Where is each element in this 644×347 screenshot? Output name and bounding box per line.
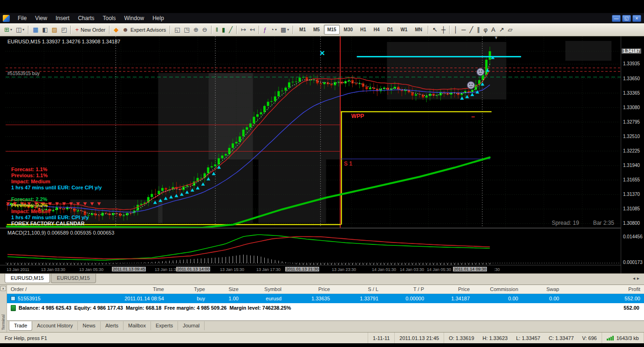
timeframe-h4-button[interactable]: H4	[370, 25, 383, 35]
zoom-out-button[interactable]: ⊖	[201, 25, 209, 35]
tabs-scroll-right-button[interactable]: ▸	[637, 276, 639, 281]
trendline-button[interactable]: ╱	[468, 25, 474, 35]
arrows-tool-button[interactable]: ↗	[498, 25, 506, 35]
timeframe-m15-button[interactable]: M15	[324, 25, 339, 35]
news-forecast: Forecast: 2.2%	[11, 196, 89, 202]
terminal-tab-trade[interactable]: Trade	[9, 321, 32, 331]
fibonacci-button[interactable]: φ	[482, 25, 489, 35]
indicators-button[interactable]: ƒ	[262, 25, 268, 35]
horizontal-line-button[interactable]: ─	[460, 25, 467, 35]
terminal-tab-news[interactable]: News	[78, 321, 101, 330]
zoom-in-button[interactable]: ⊕	[192, 25, 200, 35]
expert-advisors-icon: ☻	[122, 27, 129, 33]
data-window-button[interactable]: ◧	[41, 25, 49, 35]
column-header-order-[interactable]: Order /	[7, 286, 72, 292]
time-axis[interactable]: 13 Jan 201113 Jan 03:3013 Jan 05:302011.…	[0, 265, 621, 273]
periods-button[interactable]: ◔▾	[269, 25, 278, 35]
menu-tools[interactable]: Tools	[99, 14, 120, 22]
column-header-commission[interactable]: Commission	[473, 286, 522, 292]
equidistant-channel-button[interactable]: ∥	[475, 25, 481, 35]
menu-help[interactable]: Help	[148, 14, 168, 22]
terminal-tab-experts[interactable]: Experts	[151, 321, 178, 330]
terminal-tab-alerts[interactable]: Alerts	[101, 321, 123, 330]
terminal-tab-mailbox[interactable]: Mailbox	[123, 321, 151, 330]
order-line-label[interactable]: #51553915 buy	[7, 71, 40, 76]
candlestick-mode-button[interactable]: ▮	[220, 25, 226, 35]
restore-button[interactable]: ◱	[622, 15, 631, 22]
terminal-tab-journal[interactable]: Journal	[178, 321, 205, 330]
indicators-icon: ƒ	[263, 27, 267, 33]
main-chart[interactable]: EURUSD,M15 1.33937 1.34276 1.33908 1.341…	[0, 36, 621, 228]
tabs-scroll-left-button[interactable]: ◂	[633, 276, 635, 281]
time-axis-label: 13 Jan 17:30	[256, 267, 281, 272]
column-header-time[interactable]: Time	[72, 286, 168, 292]
timeframe-m30-button[interactable]: M30	[341, 25, 356, 35]
cascade-windows-button[interactable]: ◳	[183, 25, 191, 35]
chart-tab-1[interactable]: EURUSD,M15	[51, 274, 96, 283]
navigator-button[interactable]: ▨	[50, 25, 59, 35]
autotrading-alert-button[interactable]: ◆	[112, 25, 120, 35]
shapes-button[interactable]: ▱	[507, 25, 514, 35]
price-axis-label: 1.33365	[623, 90, 640, 96]
column-header-type[interactable]: Type	[168, 286, 209, 292]
price-axis[interactable]: 1.341871.339351.336501.333651.330801.327…	[621, 36, 644, 273]
vertical-line-icon: │	[454, 27, 458, 33]
menu-charts[interactable]: Charts	[74, 14, 98, 22]
line-chart-mode-button[interactable]: ╱	[227, 25, 234, 35]
open-trade-row[interactable]: 515539152011.01.14 08:54buy1.00eurusd1.3…	[7, 294, 644, 303]
timeframe-m5-button[interactable]: M5	[310, 25, 323, 35]
menu-window[interactable]: Window	[120, 14, 149, 22]
menu-view[interactable]: View	[31, 14, 51, 22]
candle-body	[102, 213, 104, 216]
timeframe-m1-button[interactable]: M1	[296, 25, 309, 35]
column-header-t-p[interactable]: T / P	[382, 286, 428, 292]
balance-summary: Balance: 4 985 625.43 Equity: 4 986 177.…	[19, 305, 291, 311]
timeframe-w1-button[interactable]: W1	[397, 25, 411, 35]
news-countdown: 1 hrs 47 mins until EUR: Core CPI y/y	[11, 185, 102, 191]
terminal-side-label: Terminal	[1, 314, 6, 330]
chart-tab-0[interactable]: EURUSD,M15	[5, 274, 50, 283]
candle-body	[158, 191, 160, 194]
chart-shift-button[interactable]: ↤	[248, 25, 256, 35]
text-button[interactable]: A	[490, 25, 497, 35]
auto-scroll-button[interactable]: ↦	[240, 25, 247, 35]
column-header-profit[interactable]: Profit	[563, 286, 644, 292]
minimize-button[interactable]: —	[612, 15, 621, 22]
timeframe-mn-button[interactable]: MN	[411, 25, 425, 35]
expert-advisors-button[interactable]: ☻Expert Advisors	[121, 25, 167, 35]
new-chart-button[interactable]: ⊞▾	[3, 25, 14, 35]
news-countdown: 1 hrs 47 mins until EUR: CPI y/y	[11, 215, 89, 221]
cursor-button[interactable]: ↖	[431, 25, 439, 35]
terminal-tab-account-history[interactable]: Account History	[32, 321, 78, 330]
column-header-s-l[interactable]: S / L	[334, 286, 382, 292]
templates-button[interactable]: ▩▾	[279, 25, 290, 35]
fibonacci-icon: φ	[484, 27, 487, 33]
vertical-line-button[interactable]: │	[452, 25, 459, 35]
data-window-icon: ◧	[42, 27, 48, 33]
column-header-swap[interactable]: Swap	[522, 286, 563, 292]
new-order-button[interactable]: +New Order	[74, 25, 107, 35]
timeframe-h1-button[interactable]: H1	[357, 25, 370, 35]
candle-body	[260, 112, 262, 114]
menu-insert[interactable]: Insert	[51, 14, 74, 22]
chart-plot-column: EURUSD,M15 1.33937 1.34276 1.33908 1.341…	[0, 36, 621, 273]
terminal-close-button[interactable]: ×	[0, 286, 6, 291]
profiles-button[interactable]: ◫▾	[14, 25, 26, 35]
terminal-filler	[7, 312, 644, 320]
close-button[interactable]: ×	[632, 15, 641, 22]
menu-file[interactable]: File	[14, 14, 31, 22]
column-header-size[interactable]: Size	[209, 286, 242, 292]
macd-panel[interactable]: MACD(21,100,9) 0.006589 0.005935 0.00065…	[0, 228, 621, 265]
column-header-symbol[interactable]: Symbol	[242, 286, 285, 292]
bar-chart-mode-button[interactable]: ‖	[214, 25, 219, 35]
timeframe-d1-button[interactable]: D1	[384, 25, 397, 35]
terminal-window-button[interactable]: ◰	[60, 25, 68, 35]
market-watch-button[interactable]: ▦	[31, 25, 40, 35]
column-header-price[interactable]: Price	[285, 286, 334, 292]
candle-body	[285, 88, 287, 91]
chart-shift-marker[interactable]: ▼	[494, 36, 498, 40]
tile-windows-button[interactable]: ◱	[173, 25, 181, 35]
dropdown-arrow-icon: ▾	[10, 28, 12, 32]
column-header-price[interactable]: Price	[428, 286, 473, 292]
crosshair-button[interactable]: ┼	[440, 25, 447, 35]
